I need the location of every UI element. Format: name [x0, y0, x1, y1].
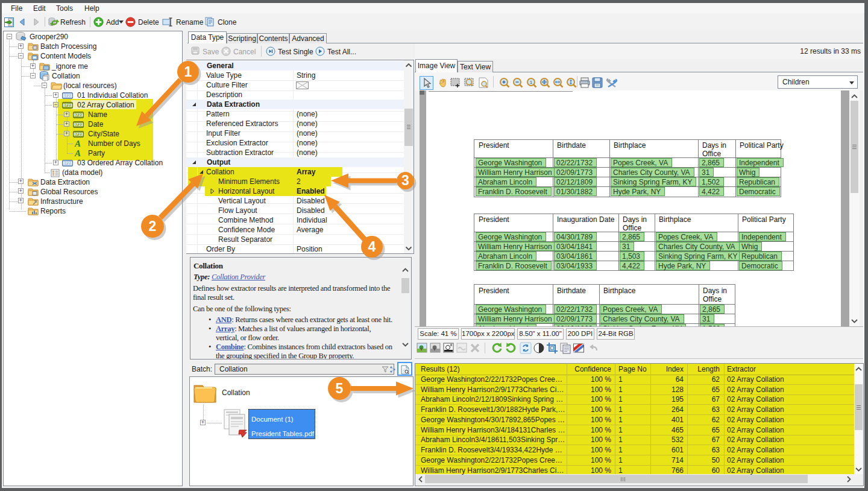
svg-text:5: 5: [336, 381, 344, 396]
svg-text:1: 1: [184, 64, 192, 80]
svg-text:4: 4: [368, 239, 376, 255]
svg-text:3: 3: [401, 173, 409, 188]
svg-text:2: 2: [149, 218, 157, 234]
